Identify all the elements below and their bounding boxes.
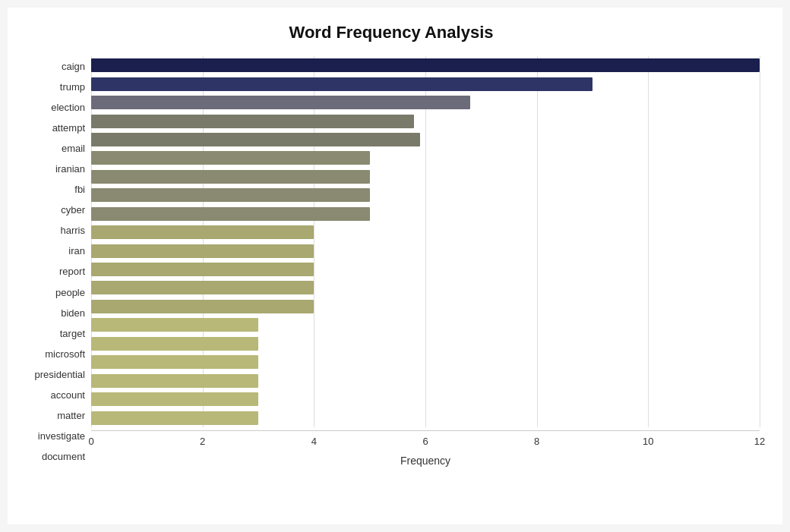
bars-wrapper xyxy=(91,56,760,427)
y-label: caign xyxy=(62,61,85,71)
y-label: election xyxy=(51,102,85,112)
y-label: iranian xyxy=(55,164,85,174)
bar xyxy=(91,244,314,258)
x-tick: 2 xyxy=(200,436,205,447)
bar-row xyxy=(91,354,760,370)
grid-line xyxy=(314,56,314,427)
bar-row xyxy=(91,410,760,427)
bar xyxy=(91,77,592,91)
chart-container: Word Frequency Analysis caigntrumpelecti… xyxy=(8,8,782,524)
y-label: account xyxy=(50,390,85,400)
x-tick: 6 xyxy=(422,436,428,447)
chart-area: caigntrumpelectionattemptemailiranianfbi… xyxy=(23,56,760,467)
x-tick: 0 xyxy=(88,436,93,447)
y-label: cyber xyxy=(61,205,85,215)
bar xyxy=(91,281,314,294)
y-label: document xyxy=(42,452,85,461)
bar-row xyxy=(91,206,760,222)
x-tick: 4 xyxy=(311,436,317,447)
x-axis: 024681012 xyxy=(91,430,760,449)
bar-row xyxy=(91,113,760,130)
y-axis-labels: caigntrumpelectionattemptemailiranianfbi… xyxy=(23,56,91,467)
y-label: biden xyxy=(61,308,85,318)
y-label: harris xyxy=(60,225,85,235)
y-label: trump xyxy=(60,82,85,92)
bar-row xyxy=(91,373,760,389)
grid-line xyxy=(203,56,204,427)
bar-row xyxy=(91,150,760,166)
bar xyxy=(91,96,470,109)
bar-row xyxy=(91,243,760,260)
y-label: email xyxy=(62,143,85,153)
bar xyxy=(91,188,370,202)
y-label: investigate xyxy=(38,431,85,441)
bar-row xyxy=(91,131,760,148)
bar xyxy=(91,170,370,184)
bar xyxy=(91,337,258,351)
bar-row xyxy=(91,57,760,74)
y-label: matter xyxy=(57,411,85,420)
grid-line xyxy=(425,56,426,427)
x-tick: 10 xyxy=(643,436,653,447)
y-label: target xyxy=(60,329,85,338)
bar-row xyxy=(91,224,760,241)
grid-line xyxy=(760,56,760,427)
x-tick: 8 xyxy=(534,436,539,447)
y-label: microsoft xyxy=(45,349,85,359)
x-axis-label: Frequency xyxy=(91,455,760,467)
bar-row xyxy=(91,279,760,296)
bar-row xyxy=(91,94,760,111)
y-label: people xyxy=(55,288,85,297)
bar xyxy=(91,115,414,128)
grid-line xyxy=(648,56,649,427)
bar xyxy=(91,225,314,239)
y-label: presidential xyxy=(35,370,86,379)
bar xyxy=(91,392,258,406)
bar xyxy=(91,133,420,146)
bars-and-x: 024681012 Frequency xyxy=(91,56,760,467)
x-tick: 12 xyxy=(754,436,765,447)
bar-row xyxy=(91,168,760,185)
bar xyxy=(91,58,760,72)
bar xyxy=(91,263,314,276)
bar-row xyxy=(91,335,760,352)
bar-row xyxy=(91,316,760,333)
bar-row xyxy=(91,76,760,93)
bar-row xyxy=(91,187,760,203)
bar xyxy=(91,151,370,165)
y-label: attempt xyxy=(52,123,85,133)
y-label: report xyxy=(59,266,85,276)
grid-line xyxy=(91,56,92,427)
bar xyxy=(91,411,258,425)
bar xyxy=(91,207,370,221)
bar-row xyxy=(91,391,760,408)
bar xyxy=(91,318,258,332)
bar-row xyxy=(91,261,760,278)
bar xyxy=(91,374,258,388)
y-label: fbi xyxy=(74,184,85,194)
y-label: iran xyxy=(68,246,85,256)
bar xyxy=(91,300,314,313)
bar-row xyxy=(91,298,760,315)
chart-title: Word Frequency Analysis xyxy=(23,23,760,42)
bar xyxy=(91,355,258,369)
grid-line xyxy=(537,56,538,427)
